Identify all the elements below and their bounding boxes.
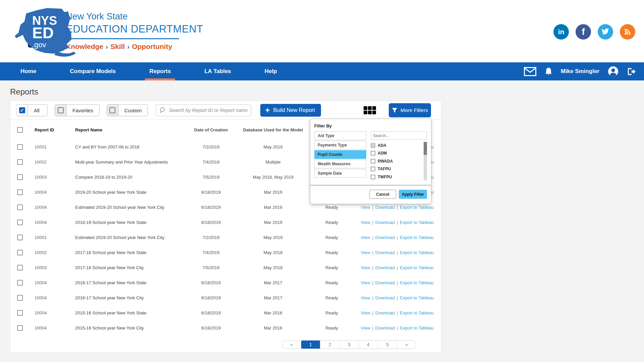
page-1[interactable]: 1: [301, 341, 320, 349]
toggle-checkbox[interactable]: [109, 107, 115, 113]
toggle-checkbox[interactable]: [19, 107, 25, 113]
nav-item-reports[interactable]: Reports: [149, 62, 171, 80]
view-link[interactable]: View: [361, 205, 370, 210]
filter-category-payments-type[interactable]: Payments Type: [314, 141, 366, 149]
page-3[interactable]: 3: [339, 341, 359, 349]
toggle-checkbox-cell[interactable]: [55, 105, 66, 116]
filter-option-rwada[interactable]: RWADA: [371, 157, 422, 165]
filter-option-adm[interactable]: ADM: [371, 149, 422, 158]
view-link[interactable]: View: [361, 295, 370, 300]
export-to-tableau-link[interactable]: Export to Tableau: [400, 310, 434, 315]
export-to-tableau-link[interactable]: Export to Tableau: [400, 205, 434, 210]
filter-option-tafpu[interactable]: TAFPU: [371, 165, 422, 173]
filter-toggle-custom[interactable]: Custom: [107, 104, 148, 116]
toggle-checkbox-cell[interactable]: [16, 105, 28, 116]
options-scrollbar-thumb[interactable]: [424, 142, 427, 155]
page-2[interactable]: 2: [320, 341, 339, 349]
report-search-input[interactable]: [169, 108, 248, 113]
export-to-tableau-link[interactable]: Export to Tableau: [400, 295, 434, 300]
filter-option-twfpu[interactable]: TWFPU: [371, 173, 422, 181]
row-checkbox[interactable]: [17, 174, 23, 180]
row-checkbox[interactable]: [17, 280, 23, 286]
options-scrollbar[interactable]: [424, 141, 427, 180]
nav-item-home[interactable]: Home: [20, 62, 36, 80]
search-icon: [159, 107, 166, 114]
download-link[interactable]: Download: [375, 235, 395, 240]
download-link[interactable]: Download: [375, 280, 395, 285]
export-to-tableau-link[interactable]: Export to Tableau: [400, 250, 434, 255]
filter-toggle-all[interactable]: All: [16, 104, 48, 116]
export-to-tableau-link[interactable]: Export to Tableau: [400, 265, 434, 270]
apply-filter-button[interactable]: Apply Filter: [399, 190, 427, 199]
view-link[interactable]: View: [361, 325, 370, 330]
row-checkbox[interactable]: [17, 310, 23, 316]
notifications-bell-icon[interactable]: [545, 67, 552, 76]
row-checkbox[interactable]: [17, 159, 23, 165]
build-new-report-button[interactable]: + Build New Report: [260, 104, 321, 117]
option-checkbox[interactable]: [371, 151, 375, 156]
page-4[interactable]: 4: [359, 341, 378, 349]
twitter-icon[interactable]: [598, 24, 613, 40]
linkedin-icon[interactable]: in: [553, 24, 569, 40]
filter-option-ada[interactable]: ADA: [371, 141, 422, 149]
user-name[interactable]: Mike Smingler: [561, 68, 599, 75]
export-to-tableau-link[interactable]: Export to Tableau: [400, 220, 434, 225]
row-checkbox[interactable]: [17, 325, 23, 331]
report-search-box[interactable]: [156, 104, 251, 116]
download-link[interactable]: Download: [375, 295, 395, 300]
facebook-icon[interactable]: f: [576, 24, 591, 40]
option-checkbox[interactable]: [371, 175, 375, 179]
row-checkbox[interactable]: [17, 235, 23, 240]
nav-item-la-tables[interactable]: LA Tables: [204, 62, 231, 80]
export-to-tableau-link[interactable]: Export to Tableau: [400, 325, 434, 330]
download-link[interactable]: Download: [375, 205, 395, 210]
toggle-checkbox[interactable]: [58, 107, 64, 113]
filter-search-input[interactable]: [371, 131, 427, 140]
view-link[interactable]: View: [361, 250, 370, 255]
view-link[interactable]: View: [361, 265, 370, 270]
download-link[interactable]: Download: [375, 310, 395, 315]
row-checkbox[interactable]: [17, 204, 23, 210]
status-cell: Ready: [307, 325, 357, 330]
filter-category-pupil-counts[interactable]: Pupil Counts: [314, 150, 366, 159]
logout-icon[interactable]: [627, 67, 635, 76]
rss-icon[interactable]: [620, 24, 635, 40]
export-to-tableau-link[interactable]: Export to Tableau: [400, 235, 434, 240]
page-5[interactable]: 5: [378, 341, 397, 349]
download-link[interactable]: Download: [375, 220, 395, 225]
option-checkbox[interactable]: [371, 167, 375, 171]
grid-view-icon[interactable]: [364, 106, 376, 114]
option-checkbox[interactable]: [371, 159, 375, 164]
mail-icon[interactable]: [524, 67, 536, 76]
select-all-checkbox[interactable]: [17, 127, 23, 133]
view-link[interactable]: View: [361, 280, 370, 285]
export-to-tableau-link[interactable]: Export to Tableau: [400, 280, 434, 285]
row-checkbox[interactable]: [17, 189, 23, 195]
row-checkbox[interactable]: [17, 144, 23, 150]
nav-item-compare-models[interactable]: Compare Models: [70, 62, 116, 80]
download-link[interactable]: Download: [375, 250, 395, 255]
row-checkbox[interactable]: [17, 265, 23, 270]
view-link[interactable]: View: [361, 235, 370, 240]
database-cell: May 2019: [239, 235, 307, 240]
more-filters-button[interactable]: More Filters: [389, 103, 431, 117]
option-checkbox[interactable]: [371, 143, 375, 148]
view-link[interactable]: View: [361, 220, 370, 225]
row-checkbox[interactable]: [17, 220, 23, 225]
cancel-button[interactable]: Cancel: [369, 190, 396, 199]
toggle-checkbox-cell[interactable]: [107, 105, 118, 116]
row-checkbox[interactable]: [17, 250, 23, 255]
filter-toggle-favorites[interactable]: Favorites: [55, 104, 100, 116]
filter-category-aid-type[interactable]: Aid Type: [314, 131, 366, 140]
page-prev[interactable]: «: [282, 341, 301, 349]
download-link[interactable]: Download: [375, 265, 395, 270]
download-link[interactable]: Download: [375, 325, 395, 330]
nav-item-help[interactable]: Help: [265, 62, 277, 80]
user-avatar-icon[interactable]: [608, 66, 619, 77]
view-link[interactable]: View: [361, 310, 370, 315]
row-checkbox[interactable]: [17, 295, 23, 301]
status-cell: Ready: [307, 205, 357, 210]
filter-category-sample-data[interactable]: Sample Data: [314, 169, 366, 178]
page-next[interactable]: »: [397, 341, 416, 349]
filter-category-wealth-measures[interactable]: Wealth Measures: [314, 160, 366, 168]
